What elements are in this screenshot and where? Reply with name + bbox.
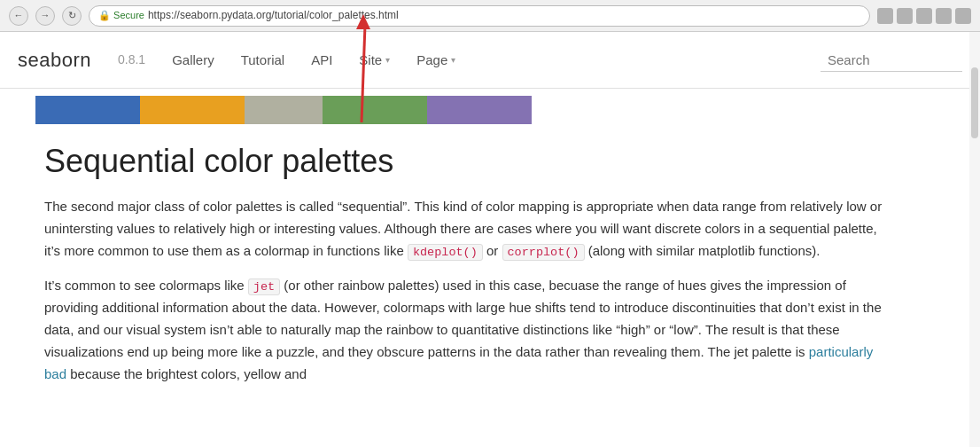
main-content: Sequential color palettes The second maj… [0, 124, 939, 415]
section-title: Sequential color palettes [44, 142, 895, 180]
browser-icon-4 [936, 8, 952, 24]
paragraph-2: It’s common to see colormaps like jet (o… [44, 275, 895, 385]
code-corrplot: corrplot() [502, 244, 585, 261]
search-input[interactable] [821, 49, 962, 72]
secure-indicator: 🔒 Secure [98, 8, 144, 24]
back-button[interactable]: ← [9, 6, 28, 26]
browser-icons [877, 8, 971, 24]
paragraph-1: The second major class of color palettes… [44, 196, 895, 263]
red-arrow [346, 7, 381, 131]
color-palette-bar [35, 96, 532, 124]
chevron-down-icon: ▾ [385, 53, 390, 67]
reload-button[interactable]: ↻ [62, 6, 82, 26]
code-kdeplot: kdeplot() [408, 244, 483, 261]
svg-line-0 [362, 25, 365, 122]
color-segment [245, 96, 323, 124]
nav-gallery[interactable]: Gallery [172, 50, 214, 71]
chevron-down-icon: ▾ [451, 53, 455, 67]
browser-icon-2 [897, 8, 913, 24]
browser-chrome: ← → ↻ 🔒 Secure https://seaborn.pydata.or… [0, 0, 980, 32]
site-version: 0.8.1 [118, 50, 145, 69]
nav-tutorial[interactable]: Tutorial [241, 50, 284, 71]
color-segment [140, 96, 245, 124]
browser-icon-3 [916, 8, 932, 24]
forward-button[interactable]: → [35, 6, 55, 26]
url-bar[interactable]: 🔒 Secure https://seaborn.pydata.org/tuto… [89, 5, 870, 27]
site-nav: seaborn 0.8.1 Gallery Tutorial API Site … [0, 32, 980, 89]
browser-icon-1 [877, 8, 893, 24]
browser-icon-5 [955, 8, 971, 24]
code-jet: jet [248, 278, 280, 295]
nav-page-dropdown[interactable]: Page ▾ [416, 50, 455, 71]
scrollbar-thumb[interactable] [971, 67, 978, 138]
svg-marker-1 [356, 14, 370, 29]
scrollbar[interactable] [969, 32, 980, 415]
color-segment [35, 96, 140, 124]
nav-api[interactable]: API [311, 50, 332, 71]
site-logo: seaborn [18, 44, 91, 75]
color-segment [427, 96, 532, 124]
